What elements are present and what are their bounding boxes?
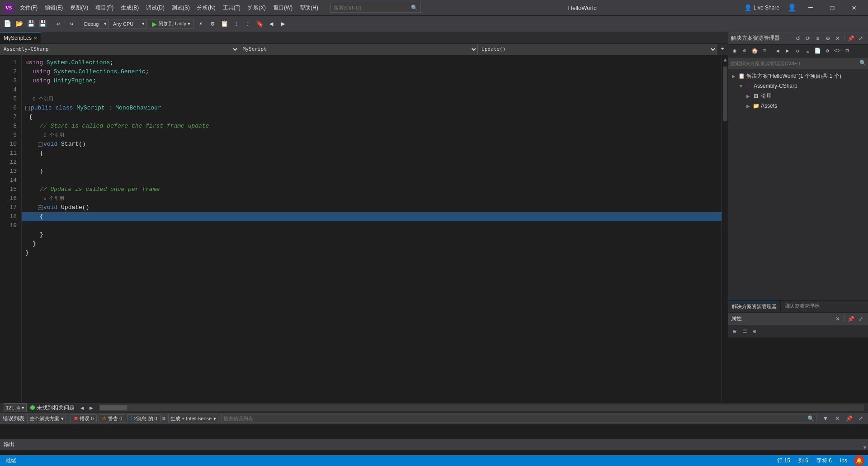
fold-start-icon[interactable]: — <box>38 142 42 147</box>
scroll-up-btn[interactable]: ▲ <box>722 55 728 66</box>
error-panel-close-btn[interactable]: ✕ <box>833 414 842 423</box>
tab-team-explorer[interactable]: 团队资源管理器 <box>781 301 823 312</box>
solution-search-input[interactable] <box>730 61 859 66</box>
sol-btn-10[interactable]: ⚙ <box>823 47 832 56</box>
notification-badge[interactable]: 🔔 <box>854 455 864 466</box>
debug-config-dropdown[interactable]: Debug <box>82 19 109 29</box>
undo-btn[interactable]: ↩ <box>53 19 64 29</box>
toolbar-btn-4[interactable]: ↕ <box>231 19 241 29</box>
warnings-badge[interactable]: ⚠ 警告 0 <box>99 414 125 423</box>
search-box[interactable]: 🔍 <box>330 3 421 13</box>
next-problem-btn[interactable]: ▶ <box>87 404 95 412</box>
menu-edit[interactable]: 编辑(E) <box>41 2 66 14</box>
save-all-btn[interactable]: 💾 <box>37 19 48 29</box>
sol-btn-9[interactable]: 📄 <box>813 47 822 56</box>
tab-solution-explorer[interactable]: 解决方案资源管理器 <box>728 301 781 312</box>
sync-btn[interactable]: ↺ <box>793 34 802 43</box>
messages-badge[interactable]: ℹ 2消息 的 0 <box>127 414 160 423</box>
menu-window[interactable]: 窗口(W) <box>269 2 296 14</box>
menu-analyze[interactable]: 分析(N) <box>193 2 219 14</box>
open-btn[interactable]: 📂 <box>14 19 24 29</box>
minimize-button[interactable]: — <box>800 0 821 16</box>
maximize-button[interactable]: ❐ <box>822 0 843 16</box>
tree-solution[interactable]: ▶ 📋 解决方案"HelloWorld"(1 个项目/共 1 个) <box>728 71 868 81</box>
menu-extensions[interactable]: 扩展(X) <box>244 2 269 14</box>
sol-btn-8[interactable]: ☁ <box>803 47 812 56</box>
toolbar-btn-6[interactable]: 🔖 <box>254 19 265 29</box>
sol-btn-7[interactable]: ↺ <box>793 47 802 56</box>
tab-close-btn[interactable]: ✕ <box>33 36 37 41</box>
error-search-input[interactable] <box>223 416 807 421</box>
error-panel-pin-btn[interactable]: 📌 <box>844 414 854 423</box>
prev-problem-btn[interactable]: ◀ <box>78 404 86 412</box>
solution-search-box[interactable]: 🔍 <box>728 57 868 69</box>
h-scroll-thumb[interactable] <box>100 405 127 410</box>
editor-scrollbar[interactable]: ▲ ▼ <box>722 55 728 403</box>
menu-build[interactable]: 生成(B) <box>117 2 142 14</box>
toolbar-btn-1[interactable]: ⚡ <box>195 19 206 29</box>
prop-settings2-btn[interactable]: ⚙ <box>750 327 759 336</box>
attach-unity-button[interactable]: ▶ 附加到 Unity ▾ <box>149 19 193 29</box>
account-icon[interactable]: 👤 <box>784 3 800 12</box>
redo-btn[interactable]: ↪ <box>66 19 77 29</box>
liveshare-button[interactable]: 👤 Live Share <box>740 2 784 13</box>
search-input[interactable] <box>334 5 411 10</box>
fold-class-icon[interactable]: — <box>25 106 30 110</box>
build-filter-dropdown[interactable]: 生成 + IntelliSense <box>168 414 218 423</box>
sol-btn-5[interactable]: ◀ <box>773 47 782 56</box>
class-dropdown[interactable]: MyScript <box>239 44 478 55</box>
code-content[interactable]: using System.Collections; using System.C… <box>22 55 722 403</box>
tree-refs[interactable]: ▶ ⊞ 引用 <box>728 91 868 101</box>
toolbar-btn-8[interactable]: ▶ <box>278 19 288 29</box>
menu-view[interactable]: 视图(V) <box>66 2 92 14</box>
toolbar-btn-7[interactable]: ◀ <box>266 19 277 29</box>
error-search-box[interactable]: 🔍 <box>221 414 816 423</box>
method-dropdown[interactable]: Update() <box>478 44 717 55</box>
errors-badge[interactable]: ✖ 错误 0 <box>71 414 97 423</box>
platform-dropdown[interactable]: Any CPU <box>111 19 147 29</box>
pin-btn[interactable]: 📌 <box>846 34 855 43</box>
sol-btn-11[interactable]: <> <box>833 47 842 56</box>
error-filter-dropdown[interactable]: 整个解决方案 <box>27 414 66 423</box>
new-project-btn[interactable]: 📄 <box>2 19 13 29</box>
prop-close-btn[interactable]: ✕ <box>833 314 842 323</box>
menu-tools[interactable]: 工具(T) <box>219 2 244 14</box>
menu-test[interactable]: 测试(S) <box>168 2 193 14</box>
horizontal-scrollbar[interactable] <box>99 404 864 411</box>
assembly-dropdown[interactable]: Assembly-CSharp <box>0 44 239 55</box>
tree-assets[interactable]: ▶ 📁 Assets <box>728 101 868 111</box>
editor-tab-myscript[interactable]: MyScript.cs ✕ <box>0 32 41 44</box>
toolbar-btn-2[interactable]: ⚙ <box>207 19 218 29</box>
expand-btn[interactable]: ⤢ <box>856 34 865 43</box>
prop-list-btn[interactable]: ☰ <box>740 327 749 336</box>
prop-pin-btn[interactable]: 📌 <box>846 314 855 323</box>
zoom-dropdown[interactable]: 121 % <box>4 403 27 412</box>
error-panel-expand-btn[interactable]: ⤢ <box>856 414 865 423</box>
sol-btn-6[interactable]: ▶ <box>783 47 792 56</box>
sol-btn-12[interactable]: ⊟ <box>843 47 852 56</box>
refresh-btn[interactable]: ⟳ <box>803 34 812 43</box>
toolbar-btn-3[interactable]: 📋 <box>219 19 230 29</box>
save-btn[interactable]: 💾 <box>25 19 36 29</box>
menu-file[interactable]: 文件(F) <box>16 2 41 14</box>
toolbar-btn-5[interactable]: ↕ <box>242 19 253 29</box>
prop-grid-btn[interactable]: ⊞ <box>730 327 739 336</box>
menu-project[interactable]: 项目(P) <box>92 2 117 14</box>
scroll-thumb[interactable] <box>723 67 727 121</box>
settings-btn[interactable]: ⚙ <box>823 34 832 43</box>
error-panel-hide-btn[interactable]: ▼ <box>821 414 830 423</box>
status-ready[interactable]: 就绪 <box>4 457 18 465</box>
close-panel-btn[interactable]: ✕ <box>833 34 842 43</box>
sol-btn-3[interactable]: 🏠 <box>750 47 759 56</box>
menu-debug[interactable]: 调试(D) <box>142 2 168 14</box>
fold-update-icon[interactable]: — <box>38 205 42 210</box>
sol-btn-1[interactable]: ◉ <box>730 47 739 56</box>
filter-btn[interactable]: ≡ <box>813 34 822 43</box>
menu-help[interactable]: 帮助(H) <box>296 2 322 14</box>
tree-assembly[interactable]: ▼ ⬡ Assembly-CSharp <box>728 81 868 91</box>
nav-add-button[interactable]: + <box>717 44 728 55</box>
close-button[interactable]: ✕ <box>844 0 864 16</box>
sol-btn-2[interactable]: ⊕ <box>740 47 749 56</box>
sol-btn-4[interactable]: ≡ <box>760 47 769 56</box>
prop-expand-btn[interactable]: ⤢ <box>856 314 865 323</box>
